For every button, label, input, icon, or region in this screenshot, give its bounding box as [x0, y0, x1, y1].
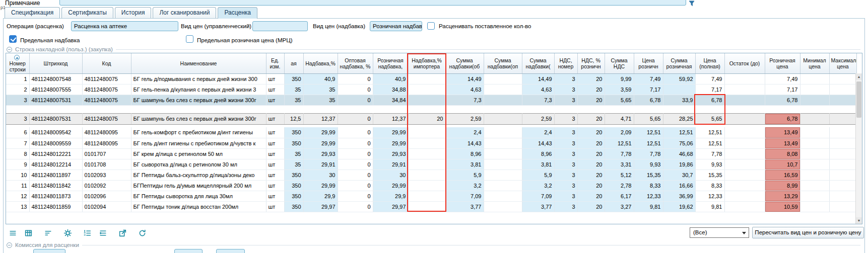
table-row[interactable]: 1348112480118590102094БГ Пептиды тоник д… — [6, 201, 856, 212]
price-filter-combobox[interactable]: (Все) — [690, 227, 749, 238]
menu-list-icon[interactable] — [7, 227, 19, 239]
cell[interactable]: 12,51 — [634, 138, 663, 148]
cell[interactable]: 4811248007548 — [29, 73, 82, 84]
cell[interactable]: 2,59 — [522, 113, 554, 124]
table-grid-icon[interactable] — [22, 227, 34, 239]
cell[interactable]: 35 — [284, 84, 303, 95]
cell[interactable] — [663, 84, 695, 95]
cell[interactable]: 10,7 — [765, 159, 800, 170]
cell[interactable]: 4811248007555 — [29, 84, 82, 95]
cell[interactable]: 8,96 — [522, 148, 554, 159]
cell[interactable]: 7,17 — [765, 84, 800, 95]
cell[interactable]: БГ гель д/подмывания с первых дней жизни… — [131, 73, 266, 84]
cell[interactable]: 2,4 — [445, 127, 484, 138]
cell[interactable]: 0 — [338, 84, 373, 95]
cell[interactable]: шт — [266, 180, 284, 191]
cell[interactable]: 8 — [6, 148, 29, 159]
table-row[interactable]: 6481124800954248112480095БГ гель-комфорт… — [6, 127, 856, 138]
cell[interactable]: БГ Пептиды бальз-скульптор д/лица/зоны д… — [131, 170, 266, 180]
cell[interactable] — [724, 73, 765, 84]
cell[interactable]: БГ шампунь без слез с первых дней жизни … — [131, 113, 266, 124]
cell[interactable]: 3 — [554, 191, 577, 201]
table-row[interactable]: 1481124800754848112480075БГ гель д/подмы… — [6, 73, 856, 84]
cell[interactable]: 3 — [6, 95, 29, 105]
limit-retail-checkbox[interactable] — [186, 35, 193, 43]
cell[interactable]: 19,86 — [663, 159, 695, 170]
cell[interactable] — [408, 73, 445, 84]
cell[interactable] — [408, 148, 445, 159]
cell[interactable]: 20 — [408, 113, 445, 124]
cell[interactable] — [724, 113, 765, 124]
commission-input-3[interactable] — [216, 249, 245, 253]
reprice-checkbox[interactable] — [427, 22, 435, 30]
cell[interactable]: 35 — [284, 159, 303, 170]
table-row[interactable]: 848112480122210101707БГ крем д/лица с ре… — [6, 148, 856, 159]
cell[interactable]: 15,35 — [634, 170, 663, 180]
cell[interactable]: 12,51 — [605, 138, 634, 148]
cell[interactable]: 35 — [284, 95, 303, 105]
cell[interactable]: 48112480075 — [82, 84, 131, 95]
cell[interactable]: 48112480075 — [82, 73, 131, 84]
cell[interactable]: 3,27 — [605, 201, 634, 212]
cell[interactable]: 2,4 — [522, 127, 554, 138]
table-row[interactable]: 7481124800955948112480095БГ гель д/инт г… — [6, 138, 856, 148]
cell[interactable]: 0102092 — [82, 180, 131, 191]
cell[interactable]: 20 — [577, 113, 605, 124]
sort-lines-icon[interactable] — [42, 227, 54, 239]
cell[interactable] — [484, 95, 522, 105]
col-header[interactable]: ая — [284, 53, 303, 73]
cell[interactable] — [800, 180, 829, 191]
cell[interactable]: 350 — [284, 201, 303, 212]
cell[interactable]: 350 — [284, 138, 303, 148]
cell[interactable]: 20 — [577, 84, 605, 95]
cell[interactable] — [408, 127, 445, 138]
commission-input-1[interactable] — [33, 249, 65, 253]
cell[interactable]: 2 — [6, 84, 29, 95]
cell[interactable]: 10 — [6, 170, 29, 180]
cell[interactable]: 0 — [338, 201, 373, 212]
cell[interactable] — [829, 148, 856, 159]
cell[interactable]: 29,99 — [303, 138, 338, 148]
cell[interactable]: 14,43 — [445, 138, 484, 148]
cell[interactable]: 7 — [6, 138, 29, 148]
cell[interactable]: 7,49 — [765, 73, 800, 84]
cell[interactable]: 59,92 — [663, 73, 695, 84]
cell[interactable]: 4811248009559 — [29, 138, 82, 148]
cell[interactable]: 5,9 — [445, 170, 484, 180]
cell[interactable]: 3,2 — [522, 180, 554, 191]
cell[interactable]: 5,65 — [695, 113, 724, 124]
col-header[interactable]: Надбавка,% — [303, 53, 338, 73]
cell[interactable]: 0 — [338, 170, 373, 180]
cell[interactable]: 20 — [577, 138, 605, 148]
tab-scan-log[interactable]: Лог сканирований — [153, 7, 216, 18]
cell[interactable]: 3,77 — [445, 201, 484, 212]
cell[interactable]: 0 — [338, 180, 373, 191]
cell[interactable]: 0 — [338, 159, 373, 170]
cell[interactable]: 29,99 — [373, 180, 408, 191]
cell[interactable]: 20 — [577, 191, 605, 201]
cell[interactable]: 0 — [338, 191, 373, 201]
cell[interactable]: 20 — [577, 127, 605, 138]
cell[interactable]: 20 — [577, 201, 605, 212]
cell[interactable]: 7,09 — [445, 191, 484, 201]
cell[interactable] — [829, 191, 856, 201]
col-header[interactable]: Розничная цена — [765, 53, 800, 73]
cell[interactable]: 16,66 — [663, 180, 695, 191]
cell[interactable]: 30 — [373, 170, 408, 180]
cell[interactable]: БГ гель-комфорт с пребиотиком д/инт гиги… — [131, 127, 266, 138]
cell[interactable]: 6,17 — [605, 191, 634, 201]
table-row[interactable]: 1248112480118730102096БГ Пептиды сыворот… — [6, 191, 856, 201]
col-header[interactable]: Надбавка,% импортера — [408, 53, 445, 73]
cell[interactable]: 3,31 — [605, 159, 634, 170]
cell[interactable]: 0 — [338, 95, 373, 105]
cell[interactable]: 350 — [284, 180, 303, 191]
cell[interactable]: 1 — [6, 73, 29, 84]
cell[interactable]: 7,09 — [522, 191, 554, 201]
tab-specification[interactable]: Спецификация — [5, 7, 60, 18]
cell[interactable]: БГПептиды гель д/умыв мицеллярный 200 мл — [131, 180, 266, 191]
col-header[interactable]: Минимал цена — [800, 53, 829, 73]
cell[interactable]: 29,99 — [303, 180, 338, 191]
table-row[interactable]: 1048112480118970102093БГ Пептиды бальз-с… — [6, 170, 856, 180]
cell[interactable]: 46,68 — [663, 148, 695, 159]
note-funnel-icon[interactable] — [689, 0, 696, 7]
